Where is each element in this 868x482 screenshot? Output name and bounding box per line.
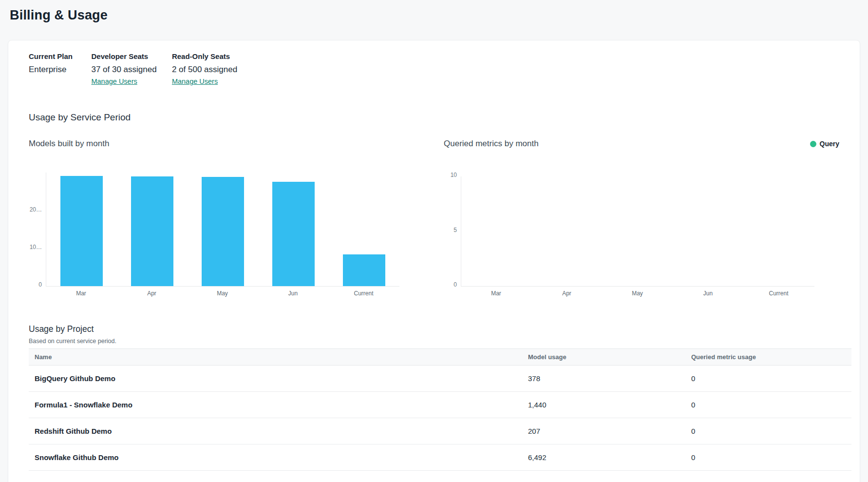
bar-slot [603,176,673,286]
model-usage-cell: 6,492 [528,453,691,462]
readonly-seats-value: 2 of 500 assigned [172,65,237,75]
page-title: Billing & Usage [10,8,868,23]
x-axis-label-may: May [187,290,258,297]
table-end-divider [29,471,851,482]
models-built-plot: 010…20… MarAprMayJunCurrent [29,173,434,297]
queried-metric-usage-cell: 0 [691,427,851,435]
table-row: BigQuery Github Demo3780 [29,366,851,392]
queried-metrics-chart: Queried metrics by month Query 0510 MarA… [434,137,839,297]
x-axis-label-mar: Mar [461,290,531,297]
plan-summary: Current Plan Enterprise Developer Seats … [29,52,839,86]
manage-users-link-developer[interactable]: Manage Users [91,77,137,85]
project-name-cell: Redshift Github Demo [35,427,528,435]
x-axis-label-mar: Mar [46,290,116,297]
x-axis-label-apr: Apr [531,290,602,297]
queried-metric-usage-cell: 0 [691,374,851,383]
bar-slot [673,176,744,286]
queried-metric-usage-cell: 0 [691,453,851,462]
usage-by-project-subtitle: Based on current service period. [29,338,839,345]
column-header-name: Name [35,353,528,361]
y-axis-tick-label: 10 [451,172,457,178]
bar-mar [60,176,103,286]
readonly-seats-label: Read-Only Seats [172,52,237,60]
developer-seats-value: 37 of 30 assigned [91,65,170,75]
model-usage-cell: 1,440 [528,401,691,409]
query-legend-dot-icon [810,141,816,147]
bar-slot [532,176,603,286]
developer-seats-column: Developer Seats 37 of 30 assigned Manage… [91,52,170,86]
y-axis-tick-label: 0 [38,281,42,288]
current-plan-value: Enterprise [29,65,89,75]
y-axis-tick-label: 0 [453,281,457,288]
x-axis-label-current: Current [328,290,399,297]
y-axis-tick-label: 20… [30,206,42,213]
bar-may [202,177,244,286]
x-axis-label-jun: Jun [673,290,743,297]
table-header-row: Name Model usage Queried metric usage [29,348,851,366]
x-axis-label-may: May [602,290,673,297]
x-axis-label-apr: Apr [116,290,187,297]
table-row: Redshift Github Demo2070 [29,418,851,444]
plot-area [461,176,814,287]
queried-metric-usage-cell: 0 [691,401,851,409]
bar-slot [744,176,814,286]
readonly-seats-column: Read-Only Seats 2 of 500 assigned Manage… [172,52,237,86]
bar-slot [117,173,188,286]
model-usage-cell: 207 [528,427,691,435]
models-built-chart-title: Models built by month [29,139,109,149]
bar-slot [188,173,258,286]
query-legend-label: Query [820,140,839,148]
y-axis-tick-label: 5 [453,227,457,233]
plot-area [46,173,399,287]
charts-row: Models built by month 010…20… MarAprMayJ… [29,137,839,297]
bar-slot [258,173,329,286]
project-name-cell: BigQuery Github Demo [35,374,528,383]
project-name-cell: Formula1 - Snowflake Demo [35,401,528,409]
bar-apr [131,176,173,286]
queried-metrics-chart-title: Queried metrics by month [444,139,539,149]
developer-seats-label: Developer Seats [91,52,170,60]
model-usage-cell: 378 [528,374,691,383]
y-axis-tick-label: 10… [30,244,42,251]
queried-metrics-plot: 0510 MarAprMayJunCurrent [444,176,839,297]
models-built-chart: Models built by month 010…20… MarAprMayJ… [29,137,434,297]
bar-slot [329,173,399,286]
usage-by-project-heading: Usage by Project [29,324,839,334]
usage-by-project-table: Name Model usage Queried metric usage Bi… [29,348,851,482]
table-row: Snowflake Github Demo6,4920 [29,444,851,471]
bar-slot [461,176,532,286]
manage-users-link-readonly[interactable]: Manage Users [172,77,218,85]
column-header-queried-metric-usage: Queried metric usage [691,353,851,361]
project-name-cell: Snowflake Github Demo [35,453,528,462]
column-header-model-usage: Model usage [528,353,691,361]
current-plan-label: Current Plan [29,52,89,60]
x-axis-label-jun: Jun [258,290,328,297]
bar-slot [46,173,117,286]
current-plan-column: Current Plan Enterprise [29,52,89,75]
bar-current [343,254,385,286]
usage-by-service-period-heading: Usage by Service Period [29,112,839,123]
bar-jun [272,182,315,286]
x-axis-label-current: Current [743,290,814,297]
billing-card: Current Plan Enterprise Developer Seats … [8,40,860,482]
chart-legend: Query [810,140,839,148]
table-row: Formula1 - Snowflake Demo1,4400 [29,392,851,418]
